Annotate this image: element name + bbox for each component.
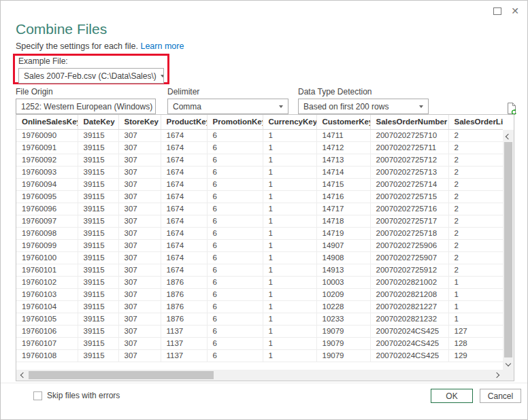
table-cell: 6 bbox=[207, 154, 263, 166]
table-cell: 20070202725713 bbox=[370, 166, 448, 178]
skip-files-label: Skip files with errors bbox=[47, 391, 120, 400]
table-cell: 307 bbox=[118, 129, 161, 141]
combine-files-dialog: ✕ Combine Files Specify the settings for… bbox=[0, 0, 528, 420]
table-cell: 19760103 bbox=[16, 288, 78, 300]
table-cell: 128 bbox=[448, 337, 503, 349]
table-cell: 20070202821002 bbox=[370, 276, 448, 288]
table-cell: 307 bbox=[118, 313, 161, 325]
table-cell: 200702024CS425 bbox=[370, 349, 448, 362]
table-cell: 19760101 bbox=[16, 264, 78, 276]
table-cell: 10228 bbox=[316, 300, 370, 313]
table-cell: 200702024CS425 bbox=[370, 325, 448, 337]
table-cell: 2 bbox=[448, 215, 503, 227]
callout-highlight: Example File: Sales 2007-Feb.csv (C:\Dat… bbox=[13, 54, 169, 84]
table-cell: 39115 bbox=[78, 203, 118, 215]
learn-more-link[interactable]: Learn more bbox=[140, 41, 184, 51]
horizontal-scrollbar[interactable] bbox=[16, 370, 503, 381]
table-cell: 19760106 bbox=[16, 325, 78, 337]
table-cell: 2 bbox=[448, 166, 503, 178]
table-cell: 2 bbox=[448, 251, 503, 264]
table-cell: 20070202725912 bbox=[370, 264, 448, 276]
vertical-scrollbar-thumb[interactable] bbox=[504, 142, 512, 357]
scroll-up-button[interactable] bbox=[503, 130, 514, 141]
table-cell: 6 bbox=[207, 251, 263, 264]
table-cell: 307 bbox=[118, 203, 161, 215]
table-row: 1976009739115307167461147182007020272571… bbox=[16, 215, 503, 227]
table-cell: 6 bbox=[207, 349, 263, 362]
table-cell: 19760090 bbox=[16, 129, 78, 141]
checkbox-icon[interactable] bbox=[33, 391, 42, 400]
table-cell: 39115 bbox=[78, 166, 118, 178]
table-cell: 127 bbox=[448, 325, 503, 337]
table-cell: 39115 bbox=[78, 154, 118, 166]
delimiter-dropdown[interactable]: Comma bbox=[167, 99, 288, 114]
table-cell: 19760105 bbox=[16, 313, 78, 325]
table-cell: 20070202821227 bbox=[370, 300, 448, 313]
table-cell: 14712 bbox=[316, 141, 370, 154]
table-cell: 1 bbox=[448, 288, 503, 300]
table-cell: 39115 bbox=[78, 264, 118, 276]
ok-button[interactable]: OK bbox=[431, 389, 473, 403]
table-cell: 20070202725712 bbox=[370, 154, 448, 166]
table-cell: 307 bbox=[118, 190, 161, 203]
table-cell: 307 bbox=[118, 337, 161, 349]
skip-files-checkbox[interactable]: Skip files with errors bbox=[33, 391, 120, 400]
table-cell: 1 bbox=[263, 154, 316, 166]
scroll-right-button[interactable] bbox=[492, 370, 503, 381]
table-cell: 1137 bbox=[161, 349, 207, 362]
table-cell: 39115 bbox=[78, 251, 118, 264]
table-cell: 1674 bbox=[161, 178, 207, 190]
table-cell: 1876 bbox=[161, 276, 207, 288]
table-cell: 307 bbox=[118, 325, 161, 337]
table-cell: 39115 bbox=[78, 190, 118, 203]
table-cell: 14711 bbox=[316, 129, 370, 141]
table-cell: 1 bbox=[263, 178, 316, 190]
table-cell: 6 bbox=[207, 276, 263, 288]
table-cell: 19079 bbox=[316, 349, 370, 362]
table-cell: 14714 bbox=[316, 166, 370, 178]
table-cell: 2 bbox=[448, 129, 503, 141]
table-cell: 20070202725715 bbox=[370, 190, 448, 203]
chevron-down-icon bbox=[161, 75, 164, 77]
header-row: OnlineSalesKeyDateKeyStoreKeyProductKeyP… bbox=[16, 115, 503, 129]
table-cell: 39115 bbox=[78, 178, 118, 190]
table-cell: 19760093 bbox=[16, 166, 78, 178]
scroll-down-button[interactable] bbox=[503, 359, 514, 370]
table-cell: 1137 bbox=[161, 325, 207, 337]
scroll-left-button[interactable] bbox=[16, 370, 27, 381]
maximize-icon[interactable] bbox=[493, 7, 501, 15]
data-type-detection-dropdown[interactable]: Based on first 200 rows bbox=[298, 99, 429, 114]
example-file-dropdown[interactable]: Sales 2007-Feb.csv (C:\Data\Sales\) bbox=[18, 68, 164, 84]
table-cell: 1674 bbox=[161, 190, 207, 203]
table-cell: 19760098 bbox=[16, 227, 78, 239]
table-cell: 39115 bbox=[78, 227, 118, 239]
page-title: Combine Files bbox=[16, 21, 107, 37]
table-cell: 307 bbox=[118, 215, 161, 227]
table-cell: 307 bbox=[118, 349, 161, 362]
vertical-scrollbar[interactable] bbox=[503, 130, 514, 370]
table-cell: 19760097 bbox=[16, 215, 78, 227]
data-type-detection-group: Data Type Detection Based on first 200 r… bbox=[298, 87, 429, 114]
table-cell: 39115 bbox=[78, 313, 118, 325]
table-cell: 6 bbox=[207, 300, 263, 313]
table-cell: 1674 bbox=[161, 141, 207, 154]
table-cell: 20070202725907 bbox=[370, 251, 448, 264]
cancel-button[interactable]: Cancel bbox=[480, 389, 521, 403]
table-cell: 6 bbox=[207, 227, 263, 239]
delimiter-label: Delimiter bbox=[167, 87, 288, 97]
close-icon[interactable]: ✕ bbox=[511, 6, 519, 16]
file-origin-label: File Origin bbox=[16, 87, 156, 97]
horizontal-scrollbar-thumb[interactable] bbox=[29, 371, 214, 379]
table-cell: 2 bbox=[448, 239, 503, 251]
table-cell: 14719 bbox=[316, 227, 370, 239]
table-cell: 1674 bbox=[161, 264, 207, 276]
table-cell: 1 bbox=[263, 276, 316, 288]
chevron-right-icon bbox=[493, 372, 499, 378]
table-cell: 14908 bbox=[316, 251, 370, 264]
preview-grid: OnlineSalesKeyDateKeyStoreKeyProductKeyP… bbox=[16, 115, 503, 370]
file-origin-dropdown[interactable]: 1252: Western European (Windows) bbox=[16, 99, 156, 114]
table-cell: 1 bbox=[448, 300, 503, 313]
table-cell: 1876 bbox=[161, 288, 207, 300]
table-cell: 19760096 bbox=[16, 203, 78, 215]
delimiter-group: Delimiter Comma bbox=[167, 87, 288, 114]
